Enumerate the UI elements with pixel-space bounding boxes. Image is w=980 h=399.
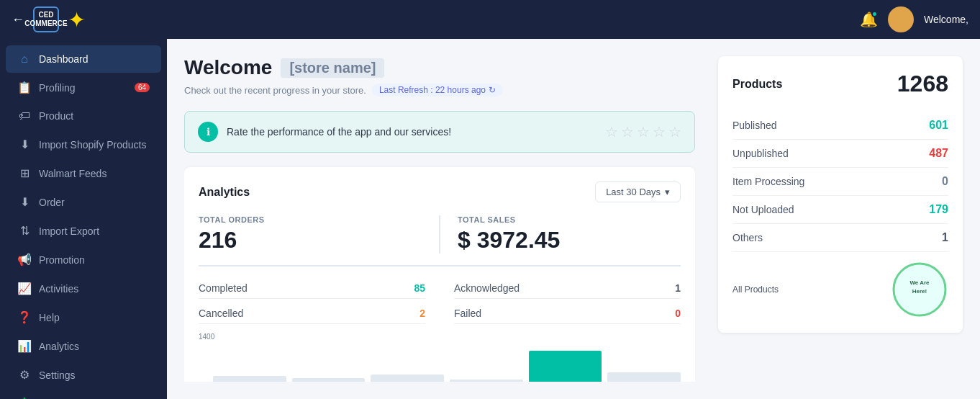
sidebar-label-product: Product: [39, 110, 73, 122]
sidebar-item-product[interactable]: 🏷 Product: [6, 102, 161, 130]
product-stat-published: Published 601: [732, 112, 948, 140]
order-icon: ⬇: [17, 195, 32, 209]
date-filter-button[interactable]: Last 30 Days ▾: [595, 181, 681, 202]
right-panel: Products 1268 Published 601 Unpublished …: [718, 56, 963, 382]
star-4[interactable]: ☆: [653, 123, 666, 140]
refresh-badge[interactable]: Last Refresh : 22 hours ago ↻: [372, 84, 503, 97]
info-icon: ℹ: [198, 122, 218, 142]
product-stat-processing: Item Processing 0: [732, 168, 948, 196]
product-stat-others: Others 1: [732, 224, 948, 252]
date-filter-label: Last 30 Days: [606, 187, 661, 197]
product-value-published: 601: [929, 119, 948, 132]
chart-bar-3: [371, 375, 444, 382]
product-value-not-uploaded: 179: [929, 203, 948, 216]
sidebar-item-walmart-feeds[interactable]: ⊞ Walmart Feeds: [6, 159, 161, 187]
svg-text:We Are: We Are: [909, 279, 930, 286]
total-orders-block: TOTAL ORDERS 216: [199, 215, 422, 254]
total-orders-label: TOTAL ORDERS: [199, 215, 422, 224]
profiling-icon: 📋: [17, 81, 32, 94]
sidebar-label-dashboard: Dashboard: [39, 53, 89, 65]
sidebar-item-profiling[interactable]: 📋 Profiling 64: [6, 73, 161, 102]
walmart-star-icon: ✦: [68, 7, 86, 32]
we-are-here-badge: We Are Here!: [891, 261, 948, 318]
rating-banner: ℹ Rate the performance of the app and ou…: [184, 111, 695, 153]
sidebar-item-dashboard[interactable]: ⌂ Dashboard: [6, 45, 161, 73]
sidebar-label-import-shopify: Import Shopify Products: [39, 139, 146, 151]
notification-dot: [871, 11, 878, 17]
rating-text: Rate the performance of the app and our …: [227, 126, 596, 138]
sidebar-label-order: Order: [39, 197, 65, 208]
import-export-icon: ⇅: [17, 224, 32, 238]
sidebar-label-settings: Settings: [39, 369, 76, 381]
star-rating[interactable]: ☆ ☆ ☆ ☆ ☆: [605, 123, 681, 140]
notification-button[interactable]: 🔔: [860, 11, 878, 28]
order-label-cancelled: Cancelled: [199, 308, 243, 319]
svg-text:Here!: Here!: [912, 288, 927, 295]
sidebar-label-walmart-feeds: Walmart Feeds: [39, 168, 106, 179]
sidebar-label-promotion: Promotion: [39, 254, 85, 266]
products-title: Products: [732, 78, 782, 91]
total-sales-block: TOTAL SALES $ 3972.45: [439, 215, 681, 254]
order-row-completed: Completed 85: [199, 278, 425, 299]
orders-list: Completed 85 Acknowledged 1 Cancelled 2 …: [199, 278, 681, 324]
subtitle-text: Check out the recent progress in your st…: [184, 85, 366, 96]
we-are-here-section: All Products We Are Here!: [732, 261, 948, 318]
help-icon: ❓: [17, 310, 32, 324]
avatar[interactable]: [888, 6, 914, 32]
sidebar-item-import-shopify[interactable]: ⬇ Import Shopify Products: [6, 130, 161, 158]
star-2[interactable]: ☆: [621, 123, 634, 140]
sidebar-item-help[interactable]: ❓ Help: [6, 303, 161, 331]
welcome-label: Welcome,: [924, 14, 968, 25]
sidebar-item-analytics[interactable]: 📊 Analytics: [6, 332, 161, 360]
sidebar-item-import-export[interactable]: ⇅ Import Export: [6, 217, 161, 245]
product-value-unpublished: 487: [929, 147, 948, 160]
sidebar-item-settings[interactable]: ⚙ Settings: [6, 361, 161, 389]
settings-icon: ⚙: [17, 368, 32, 382]
sidebar-item-pricing-plan[interactable]: 💲 Pricing Plan: [6, 390, 161, 399]
import-shopify-icon: ⬇: [17, 138, 32, 151]
profiling-badge: 64: [135, 83, 150, 92]
sidebar-label-help: Help: [39, 312, 60, 323]
chart-y-label: 1400: [199, 333, 214, 341]
all-products-label: All Products: [732, 284, 779, 295]
total-orders-value: 216: [199, 227, 422, 254]
star-3[interactable]: ☆: [637, 123, 650, 140]
welcome-subtitle: Check out the recent progress in your st…: [184, 84, 695, 97]
total-sales-value: $ 3972.45: [458, 227, 681, 254]
order-label-completed: Completed: [199, 282, 248, 294]
all-products-row: All Products: [732, 261, 779, 318]
nav-right: 🔔 Welcome,: [860, 6, 968, 32]
total-sales-label: TOTAL SALES: [458, 215, 681, 224]
promotion-icon: 📢: [17, 253, 32, 266]
nav-left: ← CEDCOMMERCE ✦: [12, 6, 86, 32]
analytics-header: Analytics Last 30 Days ▾: [199, 181, 681, 202]
back-button[interactable]: ←: [12, 12, 24, 27]
star-1[interactable]: ☆: [605, 123, 618, 140]
sidebar: ⌂ Dashboard 📋 Profiling 64 🏷 Product ⬇ I…: [0, 39, 167, 399]
product-stat-unpublished: Unpublished 487: [732, 140, 948, 168]
chart-bar-1: [213, 376, 286, 382]
analytics-card: Analytics Last 30 Days ▾ TOTAL ORDERS 21…: [184, 167, 695, 382]
order-label-acknowledged: Acknowledged: [454, 282, 520, 294]
chart-bar-5: [529, 351, 602, 382]
order-row-cancelled: Cancelled 2: [199, 303, 425, 324]
refresh-icon: ↻: [489, 85, 496, 95]
chart-bar-6: [607, 372, 681, 382]
sidebar-label-import-export: Import Export: [39, 225, 99, 237]
refresh-label: Last Refresh : 22 hours ago: [379, 85, 486, 95]
sidebar-item-promotion[interactable]: 📢 Promotion: [6, 246, 161, 274]
sidebar-item-order[interactable]: ⬇ Order: [6, 188, 161, 216]
star-5[interactable]: ☆: [668, 123, 681, 140]
chevron-down-icon: ▾: [665, 187, 670, 197]
sidebar-item-activities[interactable]: 📈 Activities: [6, 274, 161, 302]
products-header: Products 1268: [732, 71, 948, 97]
chart-bar-4: [450, 380, 523, 382]
products-total: 1268: [897, 71, 948, 97]
logo-box: CEDCOMMERCE: [33, 6, 59, 32]
product-value-processing: 0: [942, 175, 948, 188]
sidebar-label-profiling: Profiling: [39, 82, 76, 94]
welcome-section: Welcome [store name] Check out the recen…: [184, 56, 695, 97]
product-label-published: Published: [732, 120, 777, 131]
main-and-right: Welcome [store name] Check out the recen…: [167, 39, 980, 399]
main-content: Welcome [store name] Check out the recen…: [184, 56, 695, 382]
